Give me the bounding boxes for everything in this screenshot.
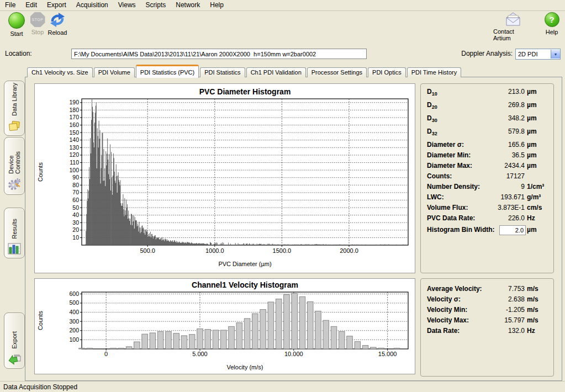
stat-value: 579.8	[508, 128, 525, 135]
menu-item[interactable]: Edit	[20, 0, 42, 10]
stat-unit: µm	[527, 88, 537, 96]
svg-text:5.000: 5.000	[192, 351, 208, 357]
stat-unit: g/m³	[527, 193, 541, 201]
contact-artium-button[interactable]: Contact Artium	[493, 12, 533, 41]
chevron-down-icon[interactable]: ▼	[551, 50, 560, 59]
contact-artium-label: Contact Artium	[493, 28, 533, 41]
tab-strip: Ch1 Velocity vs. SizePDI VolumePDI Stati…	[27, 66, 462, 77]
help-icon: ?	[545, 12, 559, 27]
stat-unit: µm	[527, 151, 537, 159]
svg-text:150: 150	[69, 129, 79, 136]
pvc-diameter-histogram-chart: 1020304050607080901001101201301401501601…	[35, 84, 415, 273]
svg-text:100: 100	[69, 336, 79, 343]
stat-unit: µm	[527, 162, 537, 169]
tab[interactable]: Processor Settings	[307, 67, 367, 77]
tab[interactable]: PDI Time History	[407, 67, 462, 77]
stat-value: 15.797	[504, 316, 525, 324]
location-row: Location: Doppler Analysis: 2D PDI ▼	[0, 47, 565, 61]
stat-unit: cm/s	[527, 204, 542, 211]
stat-value: 132.0	[508, 327, 525, 335]
status-text: Data Acquisition Stopped	[3, 383, 77, 391]
stat-unit: Hz	[527, 327, 535, 335]
location-label: Location:	[5, 50, 32, 57]
svg-text:160: 160	[69, 121, 79, 128]
menu-item[interactable]: Help	[205, 0, 229, 10]
help-button[interactable]: ? Help	[542, 12, 562, 35]
help-label: Help	[546, 29, 558, 35]
location-input[interactable]	[71, 49, 367, 59]
reload-label: Reload	[48, 29, 67, 36]
svg-text:20: 20	[72, 226, 79, 233]
gears-icon	[8, 178, 21, 191]
sidebar-item-data-library[interactable]: Data Library	[4, 81, 25, 136]
svg-text:Channel1 Velocity Histogram: Channel1 Velocity Histogram	[192, 280, 298, 289]
bar-chart-icon	[8, 243, 21, 255]
menu-item[interactable]: Views	[113, 0, 141, 10]
start-label: Start	[10, 30, 23, 37]
menu-item[interactable]: Acquisition	[71, 0, 113, 10]
svg-text:1500.0: 1500.0	[273, 247, 292, 254]
stat-value: 269.8	[508, 101, 525, 109]
stat-unit: µm	[527, 101, 537, 109]
menu-item[interactable]: Scripts	[141, 0, 171, 10]
svg-text:PVC Diameter Histogram: PVC Diameter Histogram	[199, 87, 291, 96]
tab[interactable]: Ch1 PDI Validation	[246, 67, 306, 77]
stat-unit: µm	[527, 141, 537, 149]
svg-text:400: 400	[69, 309, 79, 315]
start-icon	[8, 12, 25, 29]
menu-item[interactable]: File	[0, 0, 20, 10]
sidebar-item-results[interactable]: Results	[4, 208, 25, 258]
svg-text:10: 10	[72, 234, 79, 241]
doppler-analysis-label: Doppler Analysis:	[461, 50, 513, 57]
tab[interactable]: PDI Volume	[94, 67, 135, 77]
svg-text:500: 500	[69, 299, 79, 306]
tab[interactable]: Ch1 Velocity vs. Size	[27, 67, 93, 77]
svg-text:100: 100	[69, 167, 79, 173]
stat-value: 226.0	[508, 214, 525, 222]
sidebar-item-export[interactable]: Export	[4, 312, 25, 369]
sidebar-item-device-controls[interactable]: Device Controls	[4, 137, 25, 195]
svg-text:2000.0: 2000.0	[340, 247, 358, 254]
tab[interactable]: PDI Optics	[368, 67, 406, 77]
svg-text:120: 120	[69, 151, 79, 158]
doppler-analysis-value: 2D PDI	[516, 51, 551, 57]
doppler-analysis-select[interactable]: 2D PDI ▼	[515, 49, 561, 60]
svg-text:0: 0	[104, 351, 108, 357]
menu-item[interactable]: Network	[171, 0, 205, 10]
stat-row: Average Velocity: 7.753 m/s	[421, 284, 553, 295]
svg-text:50: 50	[72, 204, 79, 211]
stat-value: 3.873E-1	[498, 204, 525, 211]
stat-value: 17127	[506, 172, 525, 180]
stat-unit: m/s	[527, 285, 538, 293]
svg-text:Counts: Counts	[37, 162, 44, 182]
bin-width-input[interactable]	[499, 225, 526, 235]
bin-width-unit: µm	[527, 226, 537, 234]
pvc-statistics-box: D10 213.0 µm D20 269.8 µm D30 348.2 µm D…	[420, 83, 554, 273]
svg-text:140: 140	[69, 136, 79, 143]
svg-text:Counts: Counts	[37, 311, 44, 330]
stat-unit: 1/cm³	[527, 183, 544, 190]
reload-icon	[50, 12, 65, 28]
tab[interactable]: PDI Statistics (PVC)	[136, 65, 199, 78]
stat-row: Data Rate: 132.0 Hz	[421, 326, 553, 337]
menu-item[interactable]: Export	[42, 0, 71, 10]
menu-bar: FileEditExportAcquisitionViewsScriptsNet…	[0, 0, 565, 11]
reload-button[interactable]: Reload	[43, 12, 72, 36]
pvc-diameter-histogram-panel: 1020304050607080901001101201301401501601…	[34, 83, 415, 273]
stat-row: D32 579.8 µm	[421, 127, 553, 140]
svg-text:1000.0: 1000.0	[205, 247, 224, 254]
stat-row: Velocity Max: 15.797 m/s	[421, 316, 553, 326]
stat-row: Velocity σ: 2.638 m/s	[421, 295, 553, 305]
status-bar: Data Acquisition Stopped	[0, 381, 565, 392]
svg-text:40: 40	[72, 211, 79, 218]
svg-text:70: 70	[72, 189, 79, 195]
svg-text:30: 30	[72, 219, 79, 226]
stat-row: Counts: 17127	[421, 172, 553, 182]
stat-unit: m/s	[527, 306, 538, 314]
stat-value: 7.753	[508, 285, 525, 293]
stat-row: Volume Flux: 3.873E-1 cm/s	[421, 203, 553, 214]
stat-row: Number Density: 9 1/cm³	[421, 182, 553, 193]
stat-value: 9	[521, 183, 525, 190]
stat-unit: m/s	[527, 316, 538, 324]
tab[interactable]: PDI Statistics	[200, 67, 245, 77]
